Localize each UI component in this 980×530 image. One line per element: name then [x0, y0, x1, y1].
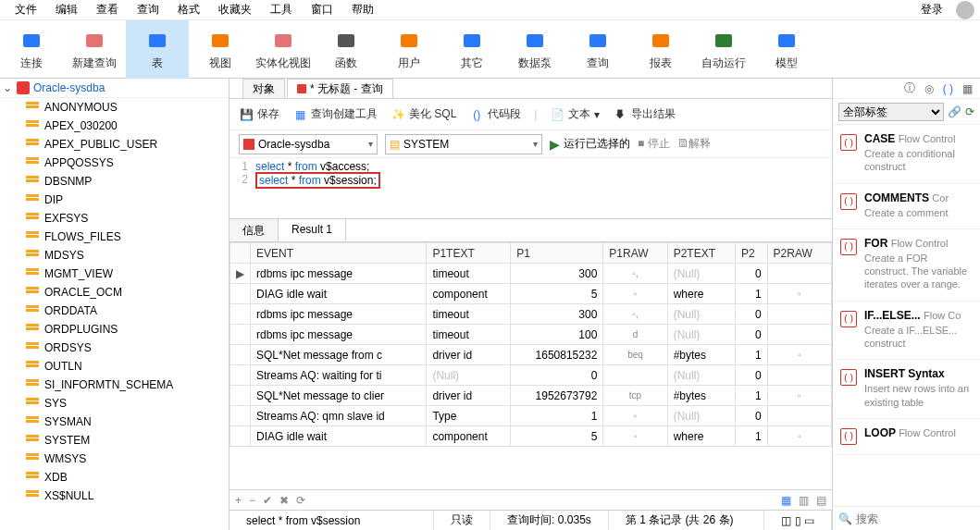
- schema-item[interactable]: DIP: [0, 191, 229, 209]
- form-view-button[interactable]: ▥: [799, 494, 809, 507]
- schema-item[interactable]: SYSTEM: [0, 431, 229, 450]
- tool-datapump[interactable]: 数据泵: [503, 20, 566, 79]
- table-row[interactable]: Streams AQ: qmn slave idType1▫(Null)0: [230, 406, 832, 426]
- explain-button[interactable]: 🖺解释: [677, 136, 711, 152]
- tab-objects[interactable]: 对象: [242, 79, 285, 98]
- menu-tools[interactable]: 工具: [261, 0, 302, 19]
- tool-new-query[interactable]: 新建查询: [63, 20, 126, 79]
- connection-combo[interactable]: Oracle-sysdba ▾: [239, 134, 378, 154]
- menu-help[interactable]: 帮助: [342, 0, 383, 19]
- link-icon[interactable]: 🔗: [948, 105, 961, 118]
- tool-mview[interactable]: 实体化视图: [252, 20, 315, 79]
- query-builder-button[interactable]: ▦查询创建工具: [292, 106, 378, 122]
- export-button[interactable]: 🡇导出结果: [613, 106, 676, 122]
- menu-query[interactable]: 查询: [128, 0, 168, 19]
- cancel-button[interactable]: ✖: [279, 494, 289, 507]
- snippet-item[interactable]: ()COMMENTS CorCreate a comment: [833, 184, 980, 229]
- snippet-filter[interactable]: 全部标签: [838, 103, 944, 121]
- schema-item[interactable]: SYS: [0, 394, 229, 413]
- save-button[interactable]: 💾保存: [239, 106, 279, 122]
- col-header[interactable]: P1TEXT: [427, 243, 511, 264]
- tool-other[interactable]: 其它: [440, 20, 503, 79]
- snippet-item[interactable]: ()LOOP Flow Control: [833, 419, 980, 455]
- schema-item[interactable]: WMSYS: [0, 450, 229, 468]
- col-header[interactable]: P2RAW: [767, 243, 831, 264]
- search-input[interactable]: [856, 512, 980, 525]
- menu-format[interactable]: 格式: [168, 0, 209, 19]
- table-row[interactable]: SQL*Net message from cdriver id165081523…: [230, 345, 832, 365]
- target-icon[interactable]: ◎: [924, 82, 934, 95]
- schema-item[interactable]: MGMT_VIEW: [0, 265, 229, 283]
- menu-edit[interactable]: 编辑: [46, 0, 87, 19]
- avatar-icon[interactable]: [956, 1, 974, 19]
- schema-combo[interactable]: ▤ SYSTEM ▾: [385, 134, 542, 154]
- col-header[interactable]: P1RAW: [603, 243, 667, 264]
- connection-node[interactable]: ⌄ Oracle-sysdba: [0, 79, 229, 97]
- view-mode-button[interactable]: ▤: [816, 494, 826, 507]
- sql-editor[interactable]: 1select * from v$access; 2select * from …: [229, 158, 832, 192]
- tool-autorun[interactable]: 自动运行: [692, 20, 755, 79]
- tool-report[interactable]: 报表: [629, 20, 692, 79]
- table-row[interactable]: ▶rdbms ipc messagetimeout300▫,(Null)0: [230, 264, 832, 284]
- schema-item[interactable]: EXFSYS: [0, 209, 229, 228]
- schema-item[interactable]: FLOWS_FILES: [0, 228, 229, 246]
- beautify-button[interactable]: ✨美化 SQL: [391, 106, 456, 122]
- schema-item[interactable]: APEX_030200: [0, 117, 229, 135]
- info-icon[interactable]: ⓘ: [904, 80, 915, 96]
- tab-result1[interactable]: Result 1: [279, 218, 346, 241]
- schema-item[interactable]: OUTLN: [0, 357, 229, 376]
- schema-item[interactable]: DBSNMP: [0, 172, 229, 191]
- snippet-item[interactable]: ()INSERT Syntax Insert new rows into an …: [833, 360, 980, 419]
- table-row[interactable]: DIAG idle waitcomponent5▫where1▫: [230, 426, 832, 447]
- menu-file[interactable]: 文件: [6, 0, 46, 19]
- menu-window[interactable]: 窗口: [302, 0, 342, 19]
- schema-item[interactable]: ORACLE_OCM: [0, 283, 229, 302]
- tool-table[interactable]: 表: [126, 20, 189, 79]
- schema-item[interactable]: ANONYMOUS: [0, 98, 229, 117]
- grid-icon[interactable]: ▦: [962, 82, 973, 95]
- tool-user[interactable]: 用户: [378, 20, 440, 79]
- schema-item[interactable]: XDB: [0, 468, 229, 487]
- stop-button[interactable]: ■ 停止: [638, 136, 670, 152]
- snippet-item[interactable]: ()IF...ELSE... Flow CoCreate a IF...ELSE…: [833, 302, 980, 361]
- tool-view[interactable]: 视图: [189, 20, 252, 79]
- add-row-button[interactable]: +: [235, 494, 242, 507]
- delete-row-button[interactable]: −: [249, 494, 255, 507]
- table-row[interactable]: Streams AQ: waiting for ti(Null)0(Null)0: [230, 365, 832, 386]
- table-row[interactable]: DIAG idle waitcomponent5▫where1▫: [230, 284, 832, 304]
- schema-item[interactable]: SI_INFORMTN_SCHEMA: [0, 376, 229, 394]
- grid-view-button[interactable]: ▦: [781, 494, 791, 507]
- schema-list[interactable]: ANONYMOUSAPEX_030200APEX_PUBLIC_USERAPPQ…: [0, 97, 229, 530]
- col-header[interactable]: EVENT: [251, 243, 427, 264]
- tool-model[interactable]: 模型: [755, 20, 818, 79]
- schema-item[interactable]: APEX_PUBLIC_USER: [0, 135, 229, 154]
- commit-button[interactable]: ✔: [263, 494, 272, 507]
- collapse-icon[interactable]: ⌄: [2, 81, 13, 94]
- menu-favorites[interactable]: 收藏夹: [209, 0, 261, 19]
- run-selected-button[interactable]: ▶运行已选择的: [550, 136, 630, 152]
- code-snippet-icon[interactable]: ( ): [943, 82, 953, 95]
- refresh-button[interactable]: ⟳: [296, 494, 305, 507]
- status-layout-buttons[interactable]: ◫ ▯ ▭: [764, 511, 832, 530]
- table-row[interactable]: rdbms ipc messagetimeout300▫,(Null)0: [230, 304, 832, 325]
- tab-info[interactable]: 信息: [229, 219, 279, 241]
- schema-item[interactable]: ORDPLUGINS: [0, 320, 229, 339]
- tool-function[interactable]: 函数: [315, 20, 378, 79]
- snippet-list[interactable]: ()CASE Flow ControlCreate a conditional …: [833, 125, 980, 506]
- schema-item[interactable]: SYSMAN: [0, 413, 229, 431]
- col-header[interactable]: P2TEXT: [667, 243, 735, 264]
- result-grid[interactable]: EVENTP1TEXTP1P1RAWP2TEXTP2P2RAW▶rdbms ip…: [229, 242, 832, 489]
- text-button[interactable]: 📄文本 ▾: [550, 106, 600, 122]
- schema-item[interactable]: APPQOSSYS: [0, 154, 229, 172]
- schema-item[interactable]: ORDSYS: [0, 339, 229, 357]
- col-header[interactable]: P1: [511, 243, 603, 264]
- schema-item[interactable]: MDSYS: [0, 246, 229, 265]
- tool-connect[interactable]: 连接: [0, 20, 63, 79]
- table-row[interactable]: rdbms ipc messagetimeout100d(Null)0: [230, 325, 832, 345]
- tab-query[interactable]: * 无标题 - 查询: [287, 79, 393, 98]
- refresh-icon[interactable]: ⟳: [965, 105, 974, 118]
- snippet-item[interactable]: ()CASE Flow ControlCreate a conditional …: [833, 125, 980, 184]
- col-header[interactable]: P2: [735, 243, 767, 264]
- tool-query[interactable]: 查询: [566, 20, 629, 79]
- snippet-button[interactable]: ()代码段: [469, 106, 521, 122]
